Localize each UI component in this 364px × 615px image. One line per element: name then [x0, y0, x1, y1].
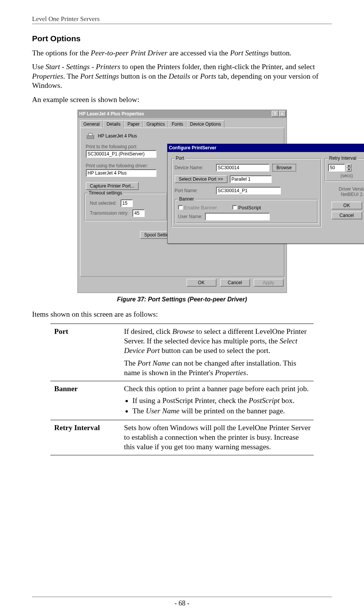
cfg-cancel-button[interactable]: Cancel	[332, 212, 362, 219]
help-icon[interactable]: ?	[272, 111, 279, 117]
not-selected-input[interactable]: 15	[121, 199, 133, 207]
configure-title: Configure PrintServer	[169, 145, 217, 151]
row-banner-header: Banner	[50, 381, 120, 420]
port-name-label: Port Name:	[175, 188, 213, 193]
running-header: Level One Printer Servers	[32, 15, 332, 24]
printer-icon	[86, 132, 95, 140]
transmission-retry-input[interactable]: 45	[132, 209, 145, 217]
figure-caption: Figure 37: Port Settings (Peer-to-peer D…	[117, 296, 247, 303]
row-retry-desc: Sets how often Windows will poll the Lev…	[120, 420, 314, 455]
tab-graphics[interactable]: Graphics	[143, 120, 168, 128]
page-number: - 68 -	[0, 597, 364, 607]
row-port-header: Port	[50, 324, 120, 381]
close-icon[interactable]: ×	[279, 111, 286, 117]
list-item: If using a PostScript Printer, check the…	[132, 396, 311, 406]
enable-banner-checkbox[interactable]: Enable Banner	[178, 205, 217, 210]
retry-interval-spinner[interactable]: 50	[328, 164, 345, 172]
row-banner-desc: Check this option to print a banner page…	[120, 381, 314, 420]
driver-select[interactable]: HP LaserJet 4 Plus	[86, 169, 156, 177]
timeout-group: Timeout settings Not selected: 15 Transm…	[84, 193, 168, 221]
device-name-label: Device Name:	[175, 165, 213, 170]
transmission-retry-label: Transmission retry:	[90, 210, 129, 216]
properties-title: HP LaserJet 4 Plus Properties	[79, 111, 145, 117]
apply-button[interactable]: Apply	[254, 279, 283, 286]
configure-titlebar[interactable]: Configure PrintServer ×	[168, 144, 364, 152]
tab-fonts[interactable]: Fonts	[168, 120, 187, 128]
row-retry-header: Retry Interval	[50, 420, 120, 455]
description-table: Port If desired, click Browse to select …	[50, 324, 314, 455]
configure-printserver-window: Configure PrintServer × Port Device Name…	[167, 144, 364, 244]
cfg-ok-button[interactable]: OK	[332, 202, 362, 209]
user-name-input[interactable]	[205, 213, 270, 220]
driver-version-label: Driver Version:	[325, 186, 364, 192]
device-name-input[interactable]: SC300014	[216, 164, 269, 172]
browse-button[interactable]: Browse	[272, 164, 296, 172]
print-port-select[interactable]: SC300014_P1 (PrintServer)	[86, 150, 156, 158]
items-intro: Items shown on this screen are as follow…	[32, 310, 332, 319]
retry-interval-legend: Retry Interval	[328, 155, 358, 161]
spinner-icon[interactable]: ▲ ▼	[346, 164, 352, 172]
row-port-desc: If desired, click Browse to select a dif…	[120, 324, 314, 381]
retry-interval-units: (secs)	[328, 173, 364, 178]
ok-button[interactable]: OK	[187, 279, 216, 286]
printer-name: HP LaserJet 4 Plus	[98, 133, 137, 139]
tabs: General Details Paper Graphics Fonts Dev…	[78, 118, 287, 128]
svg-rect-1	[89, 133, 92, 136]
postscript-checkbox[interactable]: PostScript	[232, 205, 261, 210]
device-port-input[interactable]: Parallel 1	[230, 175, 272, 183]
cancel-button[interactable]: Cancel	[220, 279, 250, 286]
select-device-port-button[interactable]: Select Device Port >>	[175, 175, 227, 183]
properties-titlebar[interactable]: HP LaserJet 4 Plus Properties ? ×	[78, 110, 287, 118]
list-item: The User Name will be printed on the ban…	[132, 406, 311, 416]
tab-device-options[interactable]: Device Options	[187, 120, 224, 128]
banner-group: Banner Enable Banner PostScript User Nam…	[175, 199, 318, 224]
svg-rect-0	[87, 136, 94, 139]
not-selected-label: Not selected:	[90, 201, 117, 206]
timeout-legend: Timeout settings	[88, 190, 124, 196]
port-group: Port Device Name: SC300014 Browse Select…	[171, 158, 322, 227]
banner-legend: Banner	[178, 196, 195, 202]
port-legend: Port	[175, 155, 185, 161]
tab-general[interactable]: General	[80, 120, 103, 128]
driver-version-value: NetBEUI 2.00	[325, 192, 364, 197]
retry-interval-group: Retry Interval 50 ▲ ▼ (secs)	[325, 158, 364, 182]
capture-printer-port-button[interactable]: Capture Printer Port...	[86, 182, 139, 190]
para-1: The options for the Peer-to-peer Print D…	[32, 49, 332, 58]
user-name-label: User Name:	[178, 214, 203, 219]
section-heading: Port Options	[32, 34, 332, 43]
para-3: An example screen is shown below:	[32, 95, 332, 104]
tab-details[interactable]: Details	[103, 120, 124, 128]
port-name-input[interactable]: SC300014_P1	[216, 187, 281, 194]
para-2: Use Start - Settings - Printers to open …	[32, 62, 332, 90]
tab-paper[interactable]: Paper	[124, 120, 143, 128]
